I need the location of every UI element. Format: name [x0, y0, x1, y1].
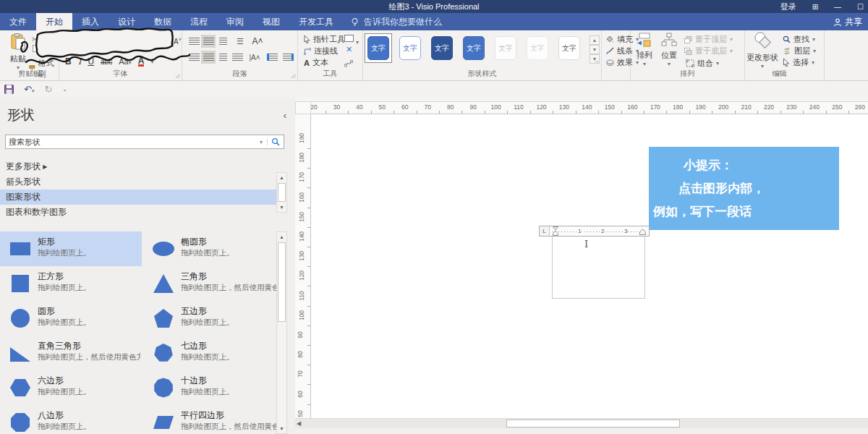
tab-开发工具[interactable]: 开发工具	[289, 13, 343, 30]
shape-style-6[interactable]: 文字	[527, 36, 548, 60]
pointer-tool-button[interactable]: 指针工具	[304, 34, 345, 45]
align-button[interactable]: 排列 ▾	[634, 33, 655, 67]
tab-stop-button[interactable]: L	[540, 226, 550, 236]
align-left-icon[interactable]	[187, 35, 201, 48]
justify-icon[interactable]	[230, 51, 244, 64]
tab-开始[interactable]: 开始	[36, 13, 72, 30]
text-direction-icon[interactable]: A˄	[250, 35, 265, 48]
align-right-icon[interactable]	[216, 35, 230, 48]
change-case-button[interactable]: Aa▾	[119, 57, 131, 66]
tab-数据[interactable]: 数据	[145, 13, 181, 30]
tab-设计[interactable]: 设计	[109, 13, 145, 30]
shape-style-1[interactable]: 文字	[367, 36, 389, 60]
shape-item-直角三角形[interactable]: 直角三角形拖到绘图页上，然后使用黄色方形...	[0, 336, 142, 370]
maximize-icon[interactable]: ☐	[857, 3, 864, 11]
tab-视图[interactable]: 视图	[253, 13, 289, 30]
stencil-category-更多形状[interactable]: 更多形状 ▸	[0, 159, 286, 174]
shape-style-2[interactable]: 文字	[399, 36, 421, 60]
shape-style-4[interactable]: 文字	[463, 36, 485, 60]
shape-list-scrollbar[interactable]: ▲ ▼	[276, 231, 287, 434]
text-edit-box[interactable]	[552, 233, 645, 299]
horizontal-scrollbar[interactable]: ◀	[295, 418, 868, 428]
shape-item-十边形[interactable]: 十边形拖到绘图页上。	[143, 370, 285, 405]
rectangle-tool-icon[interactable]	[344, 35, 354, 42]
shape-item-正方形[interactable]: 正方形拖到绘图页上。	[0, 266, 142, 301]
search-icon[interactable]	[271, 137, 280, 146]
bold-button[interactable]: B	[65, 56, 72, 67]
change-shape-button[interactable]: 更改形状 ▾	[746, 32, 778, 69]
stencil-category-图表和数学图形[interactable]: 图表和数学图形	[0, 205, 286, 220]
align-center-icon[interactable]	[201, 35, 216, 48]
align-top-icon[interactable]	[187, 51, 201, 64]
category-scrollbar[interactable]: ▲ ▼	[276, 172, 287, 213]
shape-item-圆形[interactable]: 圆形拖到绘图页上。	[0, 301, 142, 336]
scroll-down-icon[interactable]: ▼	[277, 203, 286, 212]
find-button[interactable]: 查找▾	[783, 34, 815, 45]
tab-文件[interactable]: 文件	[0, 13, 36, 30]
gallery-more-icon[interactable]: ▼̲	[590, 54, 600, 64]
italic-button[interactable]: I	[78, 56, 82, 67]
collapse-panel-icon[interactable]: ‹	[284, 110, 286, 121]
shape-item-三角形[interactable]: 三角形拖到绘图页上，然后使用黄色方形...	[143, 266, 285, 301]
undo-icon[interactable]: ↶▾	[24, 84, 34, 95]
right-indent-marker-icon[interactable]	[639, 229, 646, 236]
cut-icon[interactable]: ✂	[32, 35, 38, 44]
shape-item-六边形[interactable]: 六边形拖到绘图页上。	[0, 370, 142, 405]
scroll-left-icon[interactable]: ◀	[297, 420, 301, 427]
gallery-up-icon[interactable]: ▲	[590, 35, 600, 45]
stencil-category-箭头形状[interactable]: 箭头形状	[0, 174, 286, 190]
draw-shape-dropdown-icon[interactable]: ▾	[356, 34, 359, 47]
shape-item-平行四边形[interactable]: 平行四边形拖到绘图页上，然后使用黄色方形...	[143, 405, 285, 434]
align-middle-icon[interactable]	[201, 51, 216, 64]
tab-流程[interactable]: 流程	[181, 13, 217, 30]
connector-tool-button[interactable]: 连接线	[304, 46, 338, 56]
save-icon[interactable]	[4, 85, 14, 94]
bring-to-front-button[interactable]: 置于顶层▾	[684, 34, 733, 45]
grow-font-icon[interactable]: A˄	[161, 36, 169, 46]
search-dropdown-icon[interactable]: ▾	[255, 139, 268, 145]
shape-item-椭圆形[interactable]: 椭圆形拖到绘图页上。	[143, 231, 285, 266]
line-tool-icon[interactable]: ✕	[346, 45, 352, 54]
redo-icon[interactable]: ↻	[44, 84, 52, 95]
text-tool-button[interactable]: A 文本	[304, 57, 328, 68]
shape-style-7[interactable]: 文字	[558, 36, 580, 60]
stencil-category-图案形状[interactable]: 图案形状	[0, 190, 286, 205]
strikethrough-button[interactable]: abc	[101, 58, 112, 66]
tab-插入[interactable]: 插入	[72, 13, 109, 30]
scroll-up-icon[interactable]: ▲	[277, 173, 286, 182]
copy-icon[interactable]	[33, 45, 39, 52]
layers-button[interactable]: 图层▾	[783, 46, 816, 56]
select-button[interactable]: 选择▾	[783, 57, 814, 68]
group-button[interactable]: 组合▾	[686, 58, 719, 69]
shape-style-5[interactable]: 文字	[495, 36, 516, 60]
shape-item-五边形[interactable]: 五边形拖到绘图页上。	[143, 301, 285, 336]
bullets-icon[interactable]: ☰	[233, 35, 247, 48]
align-bottom-icon[interactable]	[216, 51, 230, 64]
tab-审阅[interactable]: 审阅	[217, 13, 253, 30]
shape-item-矩形[interactable]: 矩形拖到绘图页上。	[0, 231, 142, 266]
shape-item-七边形[interactable]: 七边形拖到绘图页上。	[143, 336, 285, 370]
minimize-icon[interactable]: —	[834, 3, 841, 11]
search-shapes-box[interactable]: 搜索形状 ▾	[5, 135, 284, 149]
paragraph-dialog-launcher-icon[interactable]: ◿	[292, 73, 295, 79]
font-dialog-launcher-icon[interactable]: ◿	[176, 73, 179, 79]
line-spacing-icon[interactable]: |A˄	[247, 51, 262, 64]
send-to-back-button[interactable]: 置于底层▾	[684, 46, 733, 56]
shape-item-八边形[interactable]: 八边形拖到绘图页上。	[0, 405, 142, 434]
scrollbar-thumb[interactable]	[506, 420, 680, 427]
scroll-up-icon[interactable]: ▲	[277, 232, 286, 242]
sign-in-button[interactable]: 登录	[780, 1, 796, 12]
paste-button[interactable]: 粘贴 ▾	[6, 33, 30, 71]
indent-marker-icon[interactable]	[553, 226, 558, 237]
underline-button[interactable]: U	[88, 56, 94, 67]
gallery-down-icon[interactable]: ▼	[590, 45, 600, 54]
scroll-down-icon[interactable]: ▼	[277, 424, 286, 433]
shrink-font-icon[interactable]: A˅	[174, 37, 182, 46]
ribbon-options-icon[interactable]: ⊞	[812, 3, 818, 11]
increase-indent-icon[interactable]	[281, 51, 295, 64]
font-color-button[interactable]: A	[138, 57, 145, 67]
font-name-combobox[interactable]	[64, 35, 149, 47]
tell-me-box[interactable]: 告诉我你想要做什么	[350, 13, 442, 30]
shape-style-3[interactable]: 文字	[431, 36, 453, 60]
position-button[interactable]: 位置 ▾	[658, 33, 680, 67]
